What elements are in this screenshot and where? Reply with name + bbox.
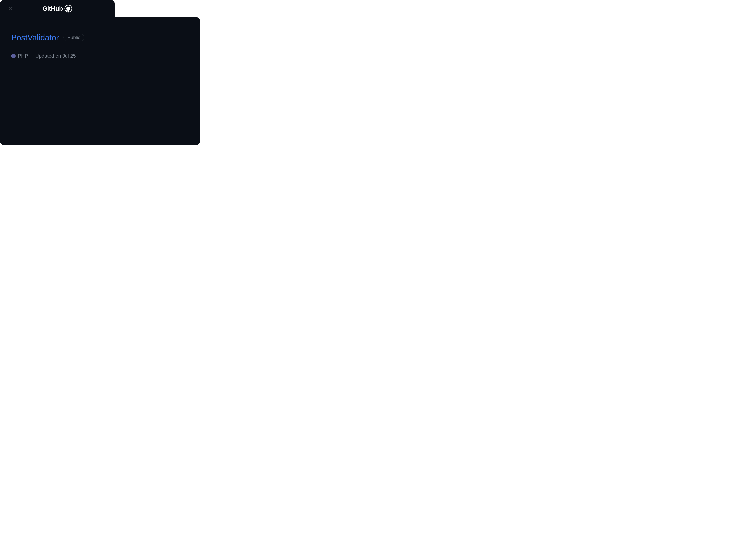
- visibility-badge: Public: [64, 34, 84, 41]
- github-wordmark: GitHub: [42, 5, 63, 12]
- language-name: PHP: [18, 53, 28, 59]
- close-icon: [8, 6, 13, 11]
- close-tab-button[interactable]: [8, 6, 13, 11]
- updated-timestamp: Updated on Jul 25: [35, 53, 76, 59]
- repo-meta: PHP Updated on Jul 25: [11, 53, 189, 59]
- repo-panel: PostValidator Public PHP Updated on Jul …: [0, 17, 200, 145]
- language-indicator: PHP: [11, 53, 28, 59]
- github-logo: GitHub: [42, 5, 72, 12]
- repo-header: PostValidator Public: [11, 33, 189, 42]
- language-color-dot: [11, 54, 16, 58]
- github-mark-icon: [64, 5, 72, 12]
- browser-tab: GitHub: [0, 0, 115, 17]
- repo-name-link[interactable]: PostValidator: [11, 33, 59, 42]
